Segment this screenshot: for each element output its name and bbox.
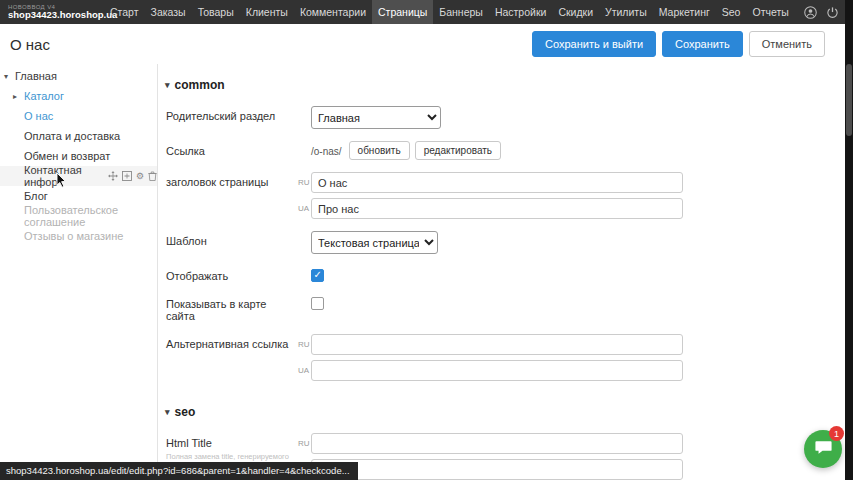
logo-domain-label: shop34423.horoshop.ua	[8, 10, 104, 20]
sidebar-item-user-agreement[interactable]: Пользовательское соглашение	[0, 206, 157, 226]
html-title-ua-input[interactable]	[311, 459, 683, 480]
sidebar-item-home[interactable]: ▾ Главная	[0, 66, 157, 86]
display-label: Отображать	[166, 266, 298, 282]
scrollbar-thumb[interactable]	[846, 64, 852, 136]
sidebar-item-payment-delivery[interactable]: Оплата и доставка	[0, 126, 157, 146]
ua-lang-tag: UA	[298, 360, 311, 381]
caret-right-icon[interactable]: ▸	[13, 92, 24, 101]
caret-down-icon: ▾	[165, 407, 170, 417]
sitemap-label: Показывать в карте сайта	[166, 294, 298, 322]
page-title: О нас	[10, 36, 50, 53]
alt-link-ru-input[interactable]	[311, 334, 683, 355]
browser-status-url: shop34423.horoshop.ua/edit/edit.php?id=6…	[0, 462, 358, 480]
nav-item-settings[interactable]: Настройки	[489, 0, 553, 24]
pages-tree-sidebar: ▾ Главная ▸ Каталог О нас Оплата и доста…	[0, 66, 157, 480]
cancel-button[interactable]: Отменить	[749, 31, 825, 57]
header-buttons: Сохранить и выйти Сохранить Отменить	[532, 31, 825, 57]
sidebar-item-exchange-return[interactable]: Обмен и возврат	[0, 146, 157, 166]
sitemap-checkbox[interactable]	[311, 297, 324, 310]
section-seo-label: seo	[175, 405, 196, 419]
nav-item-banners[interactable]: Баннеры	[433, 0, 489, 24]
template-row: Шаблон Текстовая страница	[166, 231, 845, 254]
top-nav-bar: НОВОВВОД V4 shop34423.horoshop.ua Старт …	[0, 0, 853, 24]
logo[interactable]: НОВОВВОД V4 shop34423.horoshop.ua	[0, 4, 104, 20]
gear-icon[interactable]: ⚙	[136, 171, 144, 181]
save-and-exit-button[interactable]: Сохранить и выйти	[532, 31, 656, 57]
page-header: О нас Сохранить и выйти Сохранить Отмени…	[0, 24, 845, 64]
link-path-value: /o-nas/	[311, 141, 342, 157]
ru-lang-tag: RU	[298, 172, 311, 193]
user-account-icon[interactable]	[804, 6, 817, 19]
sidebar-item-label: Оплата и доставка	[24, 130, 120, 142]
ua-lang-tag: UA	[298, 198, 311, 219]
sidebar-item-label: Контактная инфор	[24, 164, 103, 188]
vertical-scrollbar[interactable]	[845, 0, 853, 480]
display-row: Отображать	[166, 266, 845, 282]
html-title-hint: Полная замена title, генерируемого	[166, 452, 298, 461]
parent-section-select[interactable]: Главная	[311, 106, 441, 129]
html-title-label: Html Title Полная замена title, генериру…	[166, 433, 298, 461]
alt-link-row: Альтернативная ссылка RU UA	[166, 334, 845, 381]
main-nav: Старт Заказы Товары Клиенты Комментарии …	[104, 0, 795, 24]
nav-item-pages[interactable]: Страницы	[372, 0, 433, 24]
save-button[interactable]: Сохранить	[662, 31, 743, 57]
page-title-ru-input[interactable]	[311, 172, 683, 193]
parent-section-row: Родительский раздел Главная	[166, 106, 845, 129]
alt-link-ua-input[interactable]	[311, 360, 683, 381]
sidebar-item-store-reviews[interactable]: Отзывы о магазине	[0, 226, 157, 246]
logout-power-icon[interactable]	[826, 6, 839, 19]
chat-bubble-icon	[814, 438, 833, 461]
tree-item-actions: ⚙	[108, 171, 157, 181]
nav-item-reports[interactable]: Отчеты	[746, 0, 794, 24]
caret-down-icon[interactable]: ▾	[4, 72, 15, 81]
sidebar-item-label: Каталог	[24, 90, 64, 102]
sidebar-item-label: Главная	[15, 70, 57, 82]
link-refresh-button[interactable]: обновить	[349, 141, 410, 160]
sidebar-item-label: Обмен и возврат	[24, 150, 110, 162]
parent-section-label: Родительский раздел	[166, 106, 298, 122]
link-label: Ссылка	[166, 141, 298, 157]
nav-item-marketing[interactable]: Маркетинг	[653, 0, 716, 24]
nav-item-utilities[interactable]: Утилиты	[599, 0, 653, 24]
template-label: Шаблон	[166, 231, 298, 247]
sidebar-item-label: Пользовательское соглашение	[24, 204, 157, 228]
sidebar-item-contact-info[interactable]: Контактная инфор ⚙	[0, 166, 157, 186]
ru-lang-tag: RU	[298, 334, 311, 355]
delete-icon[interactable]	[148, 171, 157, 181]
sidebar-item-label: Отзывы о магазине	[24, 230, 123, 242]
page-title-ua-input[interactable]	[311, 198, 683, 219]
nav-item-products[interactable]: Товары	[192, 0, 240, 24]
sidebar-item-about[interactable]: О нас	[0, 106, 157, 126]
sidebar-item-label: Блог	[24, 190, 48, 202]
chat-widget-button[interactable]: 1	[804, 430, 842, 468]
sidebar-item-label: О нас	[24, 110, 53, 122]
move-icon[interactable]	[108, 171, 118, 181]
nav-item-comments[interactable]: Комментарии	[294, 0, 372, 24]
page-edit-form: ▾ common Родительский раздел Главная Ссы…	[157, 64, 845, 480]
html-title-ru-input[interactable]	[311, 433, 683, 454]
add-page-icon[interactable]	[122, 171, 132, 181]
section-seo[interactable]: ▾ seo	[165, 405, 845, 419]
nav-item-seo[interactable]: Seo	[716, 0, 747, 24]
alt-link-label: Альтернативная ссылка	[166, 334, 298, 350]
sidebar-item-catalog[interactable]: ▸ Каталог	[0, 86, 157, 106]
section-common[interactable]: ▾ common	[165, 78, 845, 92]
sitemap-row: Показывать в карте сайта	[166, 294, 845, 322]
template-select[interactable]: Текстовая страница	[311, 231, 438, 254]
ru-lang-tag: RU	[298, 433, 311, 454]
section-common-label: common	[175, 78, 225, 92]
nav-item-orders[interactable]: Заказы	[145, 0, 192, 24]
sidebar-item-blog[interactable]: Блог	[0, 186, 157, 206]
link-edit-button[interactable]: редактировать	[415, 141, 501, 160]
nav-item-clients[interactable]: Клиенты	[240, 0, 294, 24]
nav-item-discounts[interactable]: Скидки	[552, 0, 599, 24]
link-row: Ссылка /o-nas/ обновить редактировать	[166, 141, 845, 160]
nav-item-start[interactable]: Старт	[104, 0, 145, 24]
display-checkbox[interactable]	[311, 269, 324, 282]
caret-down-icon: ▾	[165, 80, 170, 90]
page-title-row: заголовок страницы RU UA	[166, 172, 845, 219]
chat-notification-badge: 1	[829, 426, 844, 441]
html-title-label-text: Html Title	[166, 437, 212, 449]
page-title-field-label: заголовок страницы	[166, 172, 298, 188]
